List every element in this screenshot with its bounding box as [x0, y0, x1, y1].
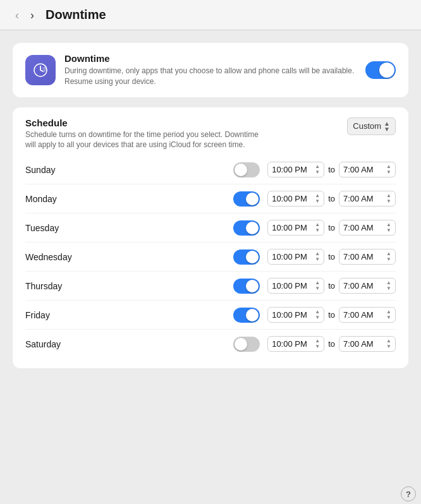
day-row: Thursday10:00 PM▲▼to7:00 AM▲▼: [25, 271, 396, 300]
from-time-picker[interactable]: 10:00 PM▲▼: [267, 220, 324, 236]
up-icon[interactable]: ▲: [315, 193, 320, 198]
to-time-picker[interactable]: 7:00 AM▲▼: [339, 336, 396, 352]
from-time-stepper[interactable]: ▲▼: [315, 251, 320, 262]
forward-button[interactable]: ›: [28, 8, 37, 22]
down-icon[interactable]: ▼: [386, 170, 391, 175]
from-time-stepper[interactable]: ▲▼: [315, 309, 320, 320]
down-icon[interactable]: ▼: [386, 257, 391, 262]
day-toggle-sunday[interactable]: [233, 162, 260, 177]
day-row: Wednesday10:00 PM▲▼to7:00 AM▲▼: [25, 242, 396, 271]
main-content: Downtime During downtime, only apps that…: [0, 30, 421, 481]
downtime-svg-icon: [32, 61, 49, 79]
down-icon[interactable]: ▼: [315, 344, 320, 349]
day-toggle-saturday[interactable]: [233, 337, 260, 352]
schedule-mode-label: Custom: [353, 121, 381, 131]
toggle-thumb: [235, 164, 247, 176]
downtime-title: Downtime: [64, 53, 357, 64]
up-icon[interactable]: ▲: [386, 339, 391, 344]
to-time-picker[interactable]: 7:00 AM▲▼: [339, 220, 396, 236]
from-time-picker[interactable]: 10:00 PM▲▼: [267, 278, 324, 294]
day-toggle-friday[interactable]: [233, 308, 260, 323]
to-time-stepper[interactable]: ▲▼: [386, 193, 391, 204]
toggle-thumb: [246, 280, 259, 292]
from-time-stepper[interactable]: ▲▼: [315, 193, 320, 204]
to-label: to: [328, 223, 335, 232]
up-icon[interactable]: ▲: [315, 251, 320, 256]
up-icon[interactable]: ▲: [386, 164, 391, 169]
up-icon[interactable]: ▲: [386, 309, 391, 315]
down-icon[interactable]: ▼: [315, 199, 320, 204]
help-area: ?: [0, 481, 421, 504]
up-icon[interactable]: ▲: [315, 164, 320, 169]
toggle-thumb: [235, 338, 247, 351]
to-time-picker[interactable]: 7:00 AM▲▼: [339, 278, 396, 294]
day-row: Friday10:00 PM▲▼to7:00 AM▲▼: [25, 300, 396, 329]
to-time-stepper[interactable]: ▲▼: [386, 164, 391, 175]
up-icon[interactable]: ▲: [315, 339, 320, 344]
from-time-stepper[interactable]: ▲▼: [315, 164, 320, 175]
down-icon[interactable]: ▼: [315, 315, 320, 320]
toggle-thumb: [246, 251, 259, 263]
to-label: to: [328, 165, 335, 174]
downtime-description: During downtime, only apps that you choo…: [64, 66, 357, 87]
from-time-stepper[interactable]: ▲▼: [315, 280, 320, 291]
down-icon[interactable]: ▼: [315, 286, 320, 291]
from-time-picker[interactable]: 10:00 PM▲▼: [267, 162, 324, 177]
back-button[interactable]: ‹: [13, 8, 21, 22]
day-toggle-tuesday[interactable]: [233, 220, 260, 236]
to-time-stepper[interactable]: ▲▼: [386, 280, 391, 291]
day-label: Wednesday: [25, 252, 95, 262]
up-icon[interactable]: ▲: [386, 280, 391, 285]
up-icon[interactable]: ▲: [386, 222, 391, 227]
day-label: Sunday: [25, 165, 95, 175]
from-time-picker[interactable]: 10:00 PM▲▼: [267, 191, 324, 207]
down-icon[interactable]: ▼: [315, 228, 320, 233]
help-button[interactable]: ?: [401, 486, 416, 501]
top-bar: ‹ › Downtime: [0, 0, 421, 30]
down-icon[interactable]: ▼: [315, 170, 320, 175]
toggle-thumb: [246, 193, 259, 205]
up-icon[interactable]: ▲: [315, 280, 320, 285]
to-time-picker[interactable]: 7:00 AM▲▼: [339, 307, 396, 323]
down-icon[interactable]: ▼: [386, 286, 391, 291]
downtime-main-toggle[interactable]: [365, 61, 396, 79]
to-time-picker[interactable]: 7:00 AM▲▼: [339, 191, 396, 207]
to-label: to: [328, 339, 335, 349]
from-time-picker[interactable]: 10:00 PM▲▼: [267, 249, 324, 265]
day-toggle-wednesday[interactable]: [233, 249, 260, 265]
to-time-stepper[interactable]: ▲▼: [386, 222, 391, 233]
from-time-stepper[interactable]: ▲▼: [315, 222, 320, 233]
up-icon[interactable]: ▲: [386, 193, 391, 198]
toggle-thumb: [246, 309, 259, 321]
to-time-stepper[interactable]: ▲▼: [386, 339, 391, 349]
day-toggle-monday[interactable]: [233, 191, 260, 207]
to-time-picker[interactable]: 7:00 AM▲▼: [339, 249, 396, 265]
day-label: Friday: [25, 310, 95, 320]
to-time-picker[interactable]: 7:00 AM▲▼: [339, 162, 396, 177]
up-icon[interactable]: ▲: [386, 251, 391, 256]
down-icon[interactable]: ▼: [315, 257, 320, 262]
toggle-thumb: [246, 222, 259, 234]
down-icon[interactable]: ▼: [386, 344, 391, 349]
downtime-icon: [25, 55, 56, 85]
schedule-mode-select[interactable]: Custom ▲ ▼: [347, 117, 396, 135]
to-time-stepper[interactable]: ▲▼: [386, 251, 391, 262]
to-label: to: [328, 194, 335, 203]
day-row: Monday10:00 PM▲▼to7:00 AM▲▼: [25, 184, 396, 213]
to-label: to: [328, 252, 335, 261]
up-icon[interactable]: ▲: [315, 222, 320, 227]
from-time-picker[interactable]: 10:00 PM▲▼: [267, 336, 324, 352]
day-toggle-thursday[interactable]: [233, 279, 260, 294]
schedule-card: Schedule Schedule turns on downtime for …: [13, 107, 408, 369]
to-time-stepper[interactable]: ▲▼: [386, 309, 391, 320]
from-time-picker[interactable]: 10:00 PM▲▼: [267, 307, 324, 323]
day-row: Sunday10:00 PM▲▼to7:00 AM▲▼: [25, 155, 396, 184]
down-icon[interactable]: ▼: [386, 315, 391, 320]
day-label: Saturday: [25, 339, 95, 349]
from-time-stepper[interactable]: ▲▼: [315, 339, 320, 349]
down-icon[interactable]: ▼: [386, 199, 391, 204]
schedule-title: Schedule: [25, 117, 265, 128]
up-icon[interactable]: ▲: [315, 309, 320, 315]
down-icon[interactable]: ▼: [386, 228, 391, 233]
day-row: Saturday10:00 PM▲▼to7:00 AM▲▼: [25, 329, 396, 358]
